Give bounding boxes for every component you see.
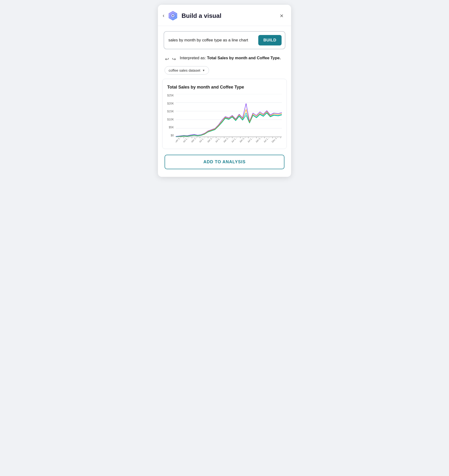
panel-header: ‹ Build a visual × — [158, 5, 291, 26]
y-label-5k: $5K — [169, 126, 174, 129]
quicksight-logo-icon — [168, 11, 178, 21]
y-label-15k: $15K — [167, 110, 174, 113]
svg-text:Jul 1…: Jul 1… — [199, 136, 206, 143]
svg-text:Dec 1…: Dec 1… — [271, 135, 279, 143]
svg-text:Jan 1…: Jan 1… — [191, 135, 198, 143]
back-button[interactable]: ‹ — [163, 13, 164, 19]
y-label-20k: $20K — [167, 102, 174, 105]
interpretation-section: ↩ ↪ Interpreted as: Total Sales by month… — [158, 49, 291, 66]
svg-text:Jul 1…: Jul 1… — [182, 136, 189, 143]
y-axis: $25K $20K $15K $10K $5K $0 — [167, 94, 176, 137]
panel-title: Build a visual — [181, 12, 221, 19]
dataset-section: coffee sales dataset ▼ — [158, 66, 291, 79]
svg-text:Jan 1…: Jan 1… — [223, 135, 230, 143]
svg-text:Jan 1…: Jan 1… — [239, 135, 246, 143]
query-section: sales by month by coffee type as a line … — [158, 26, 291, 49]
build-button[interactable]: BUILD — [258, 35, 281, 46]
interpretation-text: Interpreted as: Total Sales by month and… — [180, 55, 281, 61]
svg-text:Jan 1…: Jan 1… — [206, 135, 214, 143]
add-to-analysis-section: ADD TO ANALYSIS — [158, 149, 291, 169]
dataset-selector[interactable]: coffee sales dataset ▼ — [165, 66, 209, 75]
svg-text:Jan 1…: Jan 1… — [255, 135, 262, 143]
redo-button[interactable]: ↪ — [171, 56, 176, 62]
chart-container: Total Sales by month and Coffee Type $25… — [162, 79, 287, 149]
svg-text:Jul 1…: Jul 1… — [263, 136, 270, 143]
chart-title: Total Sales by month and Coffee Type — [167, 85, 282, 90]
dataset-label: coffee sales dataset — [168, 68, 200, 72]
line-chart-svg: Jan 1… Jul 1… Jan 1… Jul 1… Jan 1… Jul 1… — [176, 94, 282, 144]
svg-text:Jul 1…: Jul 1… — [214, 136, 221, 143]
undo-button[interactable]: ↩ — [165, 56, 169, 62]
y-label-0: $0 — [171, 134, 174, 137]
svg-point-3 — [172, 15, 174, 17]
query-box: sales by month by coffee type as a line … — [164, 31, 285, 49]
undo-redo-controls: ↩ ↪ — [165, 55, 176, 62]
svg-text:Jul 1…: Jul 1… — [247, 136, 254, 143]
interpretation-bold: Total Sales by month and Coffee Type. — [207, 56, 281, 60]
build-visual-panel: ‹ Build a visual × sales by month by cof… — [158, 5, 291, 177]
dataset-dropdown-arrow: ▼ — [202, 69, 205, 72]
close-button[interactable]: × — [279, 13, 284, 19]
chart-area: $25K $20K $15K $10K $5K $0 — [167, 94, 282, 145]
query-text: sales by month by coffee type as a line … — [168, 37, 255, 43]
y-label-10k: $10K — [167, 118, 174, 121]
add-to-analysis-button[interactable]: ADD TO ANALYSIS — [165, 155, 284, 169]
chart-plot: Jan 1… Jul 1… Jan 1… Jul 1… Jan 1… Jul 1… — [176, 94, 282, 145]
y-label-25k: $25K — [167, 94, 174, 97]
header-left: ‹ Build a visual — [163, 11, 221, 21]
svg-text:Jul 1…: Jul 1… — [231, 136, 238, 143]
